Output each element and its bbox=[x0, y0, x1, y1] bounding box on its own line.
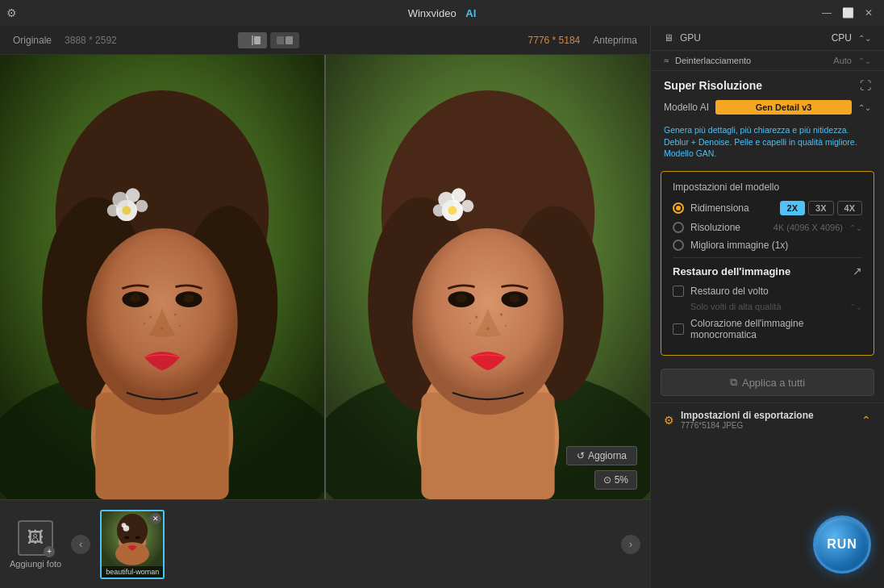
svg-point-24 bbox=[174, 313, 177, 315]
close-button[interactable]: ✕ bbox=[860, 4, 878, 22]
expand-icon[interactable]: ⛶ bbox=[860, 79, 871, 92]
prev-arrow[interactable]: ‹ bbox=[71, 535, 90, 554]
migliora-radio[interactable] bbox=[673, 240, 684, 251]
filmstrip: 🖼 + Aggiungi foto ‹ ✕ bbox=[0, 499, 650, 588]
zoom-indicator: ⊙ 5% bbox=[594, 470, 637, 490]
svg-point-43 bbox=[461, 200, 473, 212]
title-bar: ⚙ Winxvideo AI — ⬜ ✕ bbox=[0, 0, 884, 26]
preview-portrait bbox=[326, 55, 650, 499]
content-area: Originale 3888 * 2592 7776 * 5184 Antepr… bbox=[0, 26, 650, 588]
export-icon: ⚙ bbox=[664, 414, 674, 427]
film-item-close[interactable]: ✕ bbox=[150, 513, 161, 524]
svg-point-50 bbox=[486, 327, 489, 330]
restauro-title: Restauro dell'immagine bbox=[673, 265, 846, 277]
add-photo-label: Aggiungi foto bbox=[10, 559, 61, 569]
original-label: Originale bbox=[13, 35, 52, 46]
gpu-label: GPU bbox=[680, 32, 825, 44]
restauro-volto-checkbox[interactable] bbox=[673, 286, 684, 297]
film-item[interactable]: ✕ bbox=[100, 510, 165, 579]
export-chevron: ⌃ bbox=[861, 414, 871, 427]
deinterlacciamento-row: ≈ Deinterlacciamento Auto ⌃⌄ bbox=[651, 51, 884, 71]
window-controls: — ⬜ ✕ bbox=[818, 4, 878, 22]
gpu-icon: 🖥 bbox=[664, 32, 673, 44]
compare-side-btn[interactable] bbox=[270, 32, 299, 48]
deint-label: Deinterlacciamento bbox=[675, 56, 827, 65]
restauro-volto-label: Restauro del volto bbox=[690, 286, 769, 297]
refresh-icon: ↺ bbox=[577, 450, 585, 461]
risoluzione-row: Risoluzione 4K (4096 X 4096) ⌃⌄ bbox=[673, 222, 862, 233]
right-panel: 🖥 GPU CPU ⌃⌄ ≈ Deinterlacciamento Auto ⌃… bbox=[650, 26, 884, 588]
deint-icon: ≈ bbox=[664, 56, 669, 65]
output-dimensions: 7776 * 5184 bbox=[528, 35, 581, 46]
settings-divider bbox=[673, 257, 862, 258]
app-title: Winxvideo AI bbox=[408, 7, 477, 19]
svg-point-45 bbox=[448, 206, 457, 215]
super-risoluzione-header: Super Risoluzione ⛶ bbox=[651, 71, 884, 97]
svg-point-22 bbox=[122, 206, 131, 215]
svg-point-42 bbox=[452, 188, 466, 202]
svg-point-58 bbox=[122, 523, 127, 528]
scale-2x-button[interactable]: 2X bbox=[780, 201, 805, 215]
svg-point-48 bbox=[469, 323, 471, 324]
compare-controls bbox=[238, 32, 299, 48]
svg-point-21 bbox=[107, 204, 119, 216]
svg-point-44 bbox=[433, 204, 445, 216]
next-arrow[interactable]: › bbox=[621, 535, 640, 554]
scale-3x-button[interactable]: 3X bbox=[808, 201, 833, 215]
svg-point-20 bbox=[136, 200, 148, 212]
model-description: Genera più dettagli, più chiarezza e più… bbox=[651, 121, 884, 168]
model-ai-row: Modello AI Gen Detail v3 ⌃⌄ bbox=[651, 97, 884, 121]
aggiorna-button[interactable]: ↺ Aggiorna bbox=[566, 446, 637, 465]
svg-point-16 bbox=[183, 294, 194, 302]
maximize-button[interactable]: ⬜ bbox=[839, 4, 857, 22]
colorazione-checkbox[interactable] bbox=[673, 323, 684, 335]
svg-rect-4 bbox=[286, 36, 293, 44]
super-risoluzione-title: Super Risoluzione bbox=[664, 79, 853, 92]
export-info: Impostazioni di esportazione 7776*5184 J… bbox=[681, 410, 855, 430]
svg-point-38 bbox=[456, 294, 466, 302]
add-photo-button[interactable]: 🖼 + Aggiungi foto bbox=[10, 520, 61, 569]
film-items: ✕ bbox=[100, 510, 611, 579]
resolution-dropdown[interactable]: ⌃⌄ bbox=[849, 223, 862, 232]
deint-dropdown[interactable]: ⌃⌄ bbox=[858, 56, 871, 65]
image-viewer: ↺ Aggiorna ⊙ 5% bbox=[0, 55, 650, 499]
deint-value: Auto bbox=[833, 56, 852, 65]
bottom-controls: ↺ Aggiorna ⊙ 5% bbox=[566, 446, 637, 490]
migliora-row: Migliora immagine (1x) bbox=[673, 240, 862, 251]
svg-point-25 bbox=[144, 323, 145, 324]
zoom-icon: ⊙ bbox=[603, 474, 611, 486]
hardware-dropdown[interactable]: ⌃⌄ bbox=[858, 34, 871, 43]
ridimensiona-radio[interactable] bbox=[673, 202, 684, 214]
export-title: Impostazioni di esportazione bbox=[681, 410, 855, 421]
svg-point-27 bbox=[161, 327, 163, 330]
svg-rect-1 bbox=[254, 36, 261, 44]
apply-all-button[interactable]: ⧉ Applica a tutti bbox=[661, 369, 874, 396]
scale-4x-button[interactable]: 4X bbox=[837, 201, 862, 215]
model-dropdown[interactable]: ⌃⌄ bbox=[858, 103, 871, 112]
settings-box: Impostazioni del modello Ridimensiona 2X… bbox=[661, 171, 874, 356]
risoluzione-label: Risoluzione bbox=[690, 222, 767, 233]
compare-split-btn[interactable] bbox=[238, 32, 267, 48]
restauro-volto-row: Restauro del volto bbox=[673, 286, 862, 297]
preview-label: Anteprima bbox=[593, 35, 637, 46]
original-image-panel bbox=[0, 55, 324, 499]
colorazione-label: Colorazione dell'immagine monocromatica bbox=[690, 318, 862, 340]
scale-buttons: 2X 3X 4X bbox=[780, 201, 862, 215]
restauro-header: Restauro dell'immagine ↗ bbox=[673, 265, 862, 277]
export-settings-row[interactable]: ⚙ Impostazioni di esportazione 7776*5184… bbox=[651, 402, 884, 436]
svg-point-23 bbox=[149, 315, 152, 318]
svg-point-56 bbox=[136, 536, 140, 539]
risoluzione-radio[interactable] bbox=[673, 222, 684, 233]
film-item-label: beautiful-woman bbox=[102, 566, 163, 578]
svg-point-46 bbox=[475, 315, 477, 318]
settings-icon[interactable]: ⚙ bbox=[6, 6, 17, 19]
svg-point-55 bbox=[125, 536, 130, 539]
minimize-button[interactable]: — bbox=[818, 4, 836, 22]
settings-box-title: Impostazioni del modello bbox=[673, 181, 862, 193]
svg-point-26 bbox=[179, 325, 181, 327]
colorazione-row: Colorazione dell'immagine monocromatica bbox=[673, 318, 862, 340]
svg-point-47 bbox=[500, 313, 502, 315]
svg-rect-0 bbox=[244, 36, 251, 44]
add-photo-icon: 🖼 + bbox=[18, 520, 53, 556]
svg-point-15 bbox=[130, 294, 140, 302]
